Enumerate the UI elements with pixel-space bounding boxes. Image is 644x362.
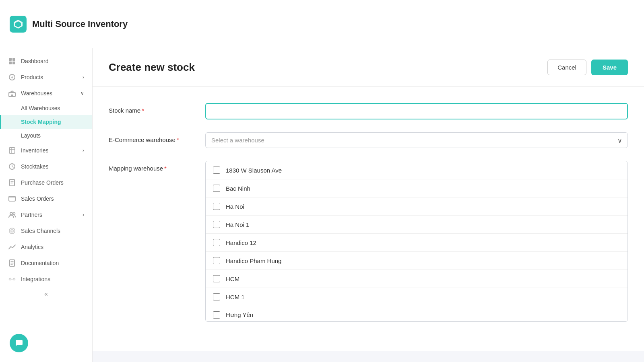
warehouse-checkbox-w6[interactable] xyxy=(213,257,220,264)
chat-bubble-button[interactable] xyxy=(10,334,28,352)
list-item[interactable]: Bac Ninh xyxy=(206,179,627,197)
mapping-warehouse-row: Mapping warehouse* 1830 W Slauson AveBac… xyxy=(109,161,628,322)
ecommerce-warehouse-control: Select a warehouse ∨ xyxy=(205,132,628,148)
sidebar-item-stocktakes[interactable]: Stocktakes xyxy=(0,158,92,175)
header-actions: Cancel Save xyxy=(547,60,628,75)
warehouse-label-w3: Ha Noi xyxy=(226,203,244,210)
sidebar-item-sales-channels[interactable]: Sales Channels xyxy=(0,223,92,239)
warehouse-checkbox-w2[interactable] xyxy=(213,185,220,192)
list-item[interactable]: Handico Pham Hung xyxy=(206,252,627,270)
sidebar-item-documentation[interactable]: Documentation xyxy=(0,255,92,271)
warehouse-checkbox-w4[interactable] xyxy=(213,221,220,228)
stocktakes-icon xyxy=(8,162,16,171)
required-star-mapping: * xyxy=(164,165,167,172)
sales-channels-icon xyxy=(8,227,16,235)
sidebar-label-warehouses: Warehouses xyxy=(21,90,52,97)
svg-rect-5 xyxy=(12,62,15,64)
warehouse-label-w9: Hưng Yên xyxy=(226,311,253,319)
products-icon xyxy=(8,73,16,81)
warehouse-label-w1: 1830 W Slauson Ave xyxy=(226,167,282,174)
svg-rect-9 xyxy=(9,148,15,153)
dashboard-icon xyxy=(8,57,16,65)
sidebar-item-partners[interactable]: Partners › xyxy=(0,207,92,223)
page-header: Create new stock Cancel Save xyxy=(93,48,644,87)
sidebar-label-integrations: Integrations xyxy=(21,276,50,282)
products-chevron-icon: › xyxy=(83,74,84,80)
warehouse-label-w8: HCM 1 xyxy=(226,294,245,300)
sidebar-label-partners: Partners xyxy=(21,212,42,218)
sales-orders-icon xyxy=(8,195,16,203)
sidebar-item-purchase-orders[interactable]: Purchase Orders xyxy=(0,175,92,191)
list-item[interactable]: 1830 W Slauson Ave xyxy=(206,161,627,179)
mapping-warehouse-control: 1830 W Slauson AveBac NinhHa NoiHa Noi 1… xyxy=(205,161,628,322)
mapping-warehouse-list: 1830 W Slauson AveBac NinhHa NoiHa Noi 1… xyxy=(205,161,628,322)
warehouse-checkbox-w5[interactable] xyxy=(213,239,220,246)
warehouses-chevron-icon: ∨ xyxy=(80,90,84,96)
analytics-icon xyxy=(8,243,16,251)
partners-chevron-icon: › xyxy=(83,212,84,218)
warehouse-label-w5: Handico 12 xyxy=(226,239,256,246)
sidebar-sub-all-warehouses[interactable]: All Warehouses xyxy=(0,101,92,115)
required-star-name: * xyxy=(142,107,144,114)
required-star-ecommerce: * xyxy=(177,136,179,143)
ecommerce-warehouse-label: E-Commerce warehouse* xyxy=(109,132,205,143)
sidebar-item-analytics[interactable]: Analytics xyxy=(0,239,92,255)
ecommerce-warehouse-select[interactable]: Select a warehouse xyxy=(205,132,628,148)
sidebar-sub-layouts[interactable]: Layouts xyxy=(0,129,92,142)
ecommerce-warehouse-row: E-Commerce warehouse* Select a warehouse… xyxy=(109,132,628,148)
warehouse-label-w7: HCM xyxy=(226,276,239,282)
stock-name-input[interactable] xyxy=(205,103,628,119)
warehouse-checkbox-w9[interactable] xyxy=(213,311,220,319)
warehouse-label-w6: Handico Pham Hung xyxy=(226,257,281,264)
stock-name-row: Stock name* xyxy=(109,103,628,119)
list-item[interactable]: HCM xyxy=(206,270,627,288)
sidebar-item-integrations[interactable]: Integrations xyxy=(0,271,92,287)
top-header: Multi Source Inventory xyxy=(0,0,644,48)
svg-point-14 xyxy=(13,213,15,215)
collapse-icon: « xyxy=(44,290,48,298)
sidebar-item-dashboard[interactable]: Dashboard xyxy=(0,53,92,69)
warehouse-checkbox-w7[interactable] xyxy=(213,275,220,282)
sidebar-item-sales-orders[interactable]: Sales Orders xyxy=(0,191,92,207)
form-body: Stock name* E-Commerce warehouse* Select… xyxy=(93,87,644,351)
main-content: Create new stock Cancel Save Stock name* xyxy=(93,48,644,362)
sidebar-item-warehouses[interactable]: Warehouses ∨ xyxy=(0,85,92,101)
sidebar-sub-stock-mapping[interactable]: Stock Mapping xyxy=(0,115,92,129)
all-warehouses-label: All Warehouses xyxy=(21,105,60,111)
warehouse-checkbox-w1[interactable] xyxy=(213,167,220,174)
list-item[interactable]: Ha Noi 1 xyxy=(206,216,627,234)
sidebar-label-inventories: Inventories xyxy=(21,147,48,154)
svg-rect-8 xyxy=(11,95,13,97)
svg-rect-4 xyxy=(9,62,12,64)
warehouse-checkbox-w8[interactable] xyxy=(213,293,220,300)
sidebar-item-inventories[interactable]: Inventories › xyxy=(0,142,92,158)
documentation-icon xyxy=(8,259,16,267)
sidebar-item-products[interactable]: Products › xyxy=(0,69,92,85)
save-button[interactable]: Save xyxy=(591,60,628,75)
warehouse-label-w2: Bac Ninh xyxy=(226,185,250,192)
main-layout: Dashboard Products › Warehouses ∨ All Wa… xyxy=(0,48,644,362)
svg-point-13 xyxy=(10,212,12,215)
list-item[interactable]: Ha Noi xyxy=(206,197,627,216)
inventories-chevron-icon: › xyxy=(83,148,84,153)
page-title: Create new stock xyxy=(109,61,195,74)
svg-point-19 xyxy=(13,278,15,280)
warehouses-icon xyxy=(8,89,16,97)
integrations-icon xyxy=(8,275,16,283)
partners-icon xyxy=(8,211,16,219)
sidebar-label-documentation: Documentation xyxy=(21,260,59,266)
svg-point-18 xyxy=(9,278,11,280)
sidebar-label-stocktakes: Stocktakes xyxy=(21,163,48,170)
svg-rect-12 xyxy=(9,196,15,201)
sidebar-collapse-button[interactable]: « xyxy=(0,287,92,301)
layouts-label: Layouts xyxy=(21,132,41,139)
list-item[interactable]: Handico 12 xyxy=(206,234,627,252)
sidebar-label-products: Products xyxy=(21,74,43,80)
warehouse-checkbox-w3[interactable] xyxy=(213,203,220,210)
mapping-warehouse-label: Mapping warehouse* xyxy=(109,161,205,172)
warehouse-label-w4: Ha Noi 1 xyxy=(226,221,249,228)
sidebar-label-analytics: Analytics xyxy=(21,244,43,250)
list-item[interactable]: HCM 1 xyxy=(206,288,627,306)
cancel-button[interactable]: Cancel xyxy=(547,60,586,75)
list-item[interactable]: Hưng Yên xyxy=(206,306,627,322)
